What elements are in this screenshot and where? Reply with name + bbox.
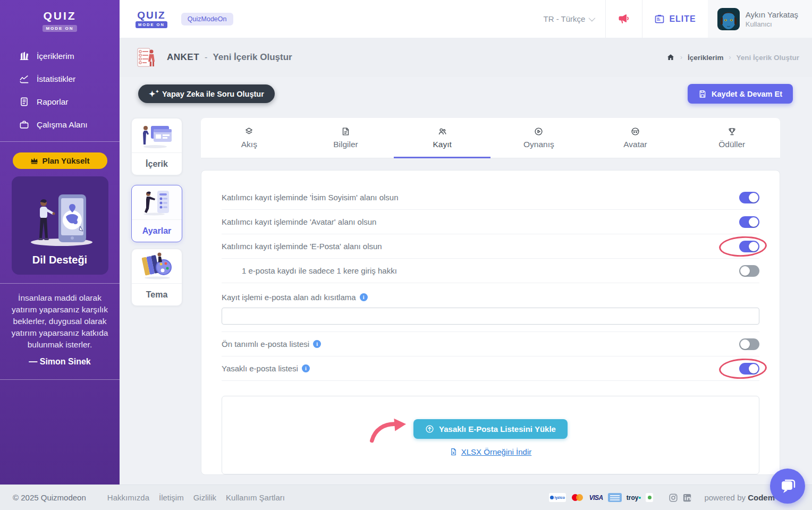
fullname-toggle[interactable] [739,192,759,203]
footer-link-privacy[interactable]: Gizlilik [193,493,216,502]
info-icon[interactable]: i [313,340,321,348]
face-icon [631,127,640,136]
theme-illustration [139,252,174,280]
sidebar-item-contents[interactable]: İçeriklerim [0,45,120,67]
banned-list-toggle[interactable] [739,363,759,375]
linkedin-icon[interactable] [682,493,692,503]
tab-gameplay[interactable]: Oynanış [490,118,587,158]
powered-by: powered by Codem [704,493,775,502]
content-illustration [139,122,174,149]
chat-widget-button[interactable] [770,469,805,504]
single-login-toggle[interactable] [739,265,759,277]
top-header: QUIZ MODE ON QuizModeOn TR - Türkçe ELIT… [120,0,812,38]
megaphone-icon [618,13,630,26]
powered-brand: Codem [748,493,775,502]
user-menu[interactable]: Aykın Yarkataş Kullanıcı [708,0,812,38]
footer-link-about[interactable]: Hakkımızda [107,493,149,502]
instagram-icon[interactable] [669,493,678,503]
upload-banned-list-button[interactable]: Yasaklı E-Posta Listesini Yükle [413,419,568,439]
info-icon[interactable]: i [302,364,310,372]
chat-icon [779,477,797,495]
setting-label: Kayıt işlemi e-posta alan adı kısıtlama [222,293,356,302]
sidebar-item-statistics[interactable]: İstatistikler [0,67,120,90]
crown-icon [30,157,38,164]
library-icon [19,51,29,61]
announcements-button[interactable] [605,0,642,38]
details-icon [341,127,350,136]
mastercard-logo [571,493,585,502]
setting-label: Yasaklı e-posta listesi i [222,364,310,373]
language-selector[interactable]: TR - Türkçe [544,14,594,23]
quote-block: İnsanlara maddi olarak yatırım yaparsanı… [0,284,120,374]
language-support-card[interactable]: Dil Desteği [12,176,108,275]
workspace-chip[interactable]: QuizModeOn [181,13,233,26]
side-tab-label: Ayarlar [132,219,182,242]
domain-restriction-input[interactable] [222,308,759,325]
logo-badge: MODE ON [43,25,77,32]
layers-icon [244,127,253,136]
setting-row-avatar: Katılımcı kayıt işleminde 'Avatar' alanı… [222,210,759,234]
survey-illustration [137,47,155,67]
sidebar-divider [0,141,120,142]
sidebar-logo: QUIZ MODE ON [0,0,120,32]
app-root: QUIZ MODE ON İçeriklerim İstatistikler R… [0,0,812,510]
footer-link-contact[interactable]: İletişim [159,493,184,502]
social-icons [669,493,692,503]
briefcase-icon [19,120,29,130]
sparkles-icon: ✦✦ [149,90,157,98]
page-header-bar: ANKET - Yeni İçerik Oluştur › İçerikleri… [120,38,812,77]
setting-row-banned-list: Yasaklı e-posta listesi i [222,356,759,381]
side-tab-settings[interactable]: Ayarlar [131,185,182,242]
chevron-down-icon [589,15,596,22]
save-continue-button[interactable]: Kaydet & Devam Et [688,84,793,104]
footer-link-terms[interactable]: Kullanım Şartları [226,493,285,502]
settings-illustration [139,189,174,216]
tab-registration[interactable]: Kayıt [394,118,490,158]
setting-row-predefined-list: Ön tanımlı e-posta listesi i [222,332,759,356]
upgrade-plan-button[interactable]: Plan Yükselt [13,152,107,169]
save-icon [698,90,707,98]
tab-avatar[interactable]: Avatar [587,118,684,158]
tab-info[interactable]: Bilgiler [298,118,394,158]
footer-links: Hakkımızda İletişim Gizlilik Kullanım Şa… [107,493,285,502]
banned-list-upload-section: Yasaklı E-Posta Listesini Yükle XLSX Örn… [222,396,759,474]
email-toggle[interactable] [739,241,759,252]
ai-generate-button[interactable]: ✦✦ Yapay Zeka ile Soru Oluştur [138,84,275,103]
tab-flow[interactable]: Akış [201,118,298,158]
sidebar-nav: İçeriklerim İstatistikler Raporlar Çalış… [0,45,120,136]
download-xlsx-link[interactable]: XLSX Örneğini İndir [450,447,532,456]
user-role: Kullanıcı [746,20,798,28]
setting-label: Katılımcı kayıt işleminde 'E-Posta' alan… [222,242,382,251]
side-tab-theme[interactable]: Tema [131,249,182,306]
registration-settings-panel: Katılımcı kayıt işleminde 'İsim Soyisim'… [201,170,780,475]
plan-badge[interactable]: ELITE [654,14,696,24]
breadcrumb: › İçeriklerim › Yeni İçerik Oluştur [666,53,799,62]
sidebar-item-reports[interactable]: Raporlar [0,90,120,113]
sidebar-divider [0,379,120,380]
side-tab-content[interactable]: İçerik [131,118,182,175]
language-support-title: Dil Desteği [32,254,87,266]
red-arrow-annotation [367,416,410,444]
sidebar-item-workspace[interactable]: Çalışma Alanı [0,113,120,136]
secure-seal-logo [646,493,653,502]
setting-row-email: Katılımcı kayıt işleminde 'E-Posta' alan… [222,234,759,259]
setting-label: 1 e-posta kaydı ile sadece 1 kere giriş … [222,266,397,275]
xlsx-file-icon [450,448,458,456]
home-icon[interactable] [666,53,675,62]
badge-icon [654,14,665,24]
domain-restriction-label-row: Kayıt işlemi e-posta alan adı kısıtlama … [222,291,759,303]
tab-rewards[interactable]: Ödüller [683,118,780,158]
title-separator: - [205,53,207,62]
breadcrumb-separator: › [680,54,682,61]
footer-right: iyzico VISA troy powered by Codem [549,493,775,503]
setting-label: Katılımcı kayıt işleminde 'Avatar' alanı… [222,217,376,226]
user-name: Aykın Yarkataş [746,10,798,19]
setting-label: Katılımcı kayıt işleminde 'İsim Soyisim'… [222,193,399,202]
breadcrumb-item-contents[interactable]: İçeriklerim [688,54,724,62]
amex-logo [608,493,622,502]
predefined-list-toggle[interactable] [739,338,759,350]
sidebar: QUIZ MODE ON İçeriklerim İstatistikler R… [0,0,120,484]
info-icon[interactable]: i [360,293,368,301]
app-logo[interactable]: QUIZ MODE ON [136,10,167,28]
avatar-toggle[interactable] [739,216,759,228]
